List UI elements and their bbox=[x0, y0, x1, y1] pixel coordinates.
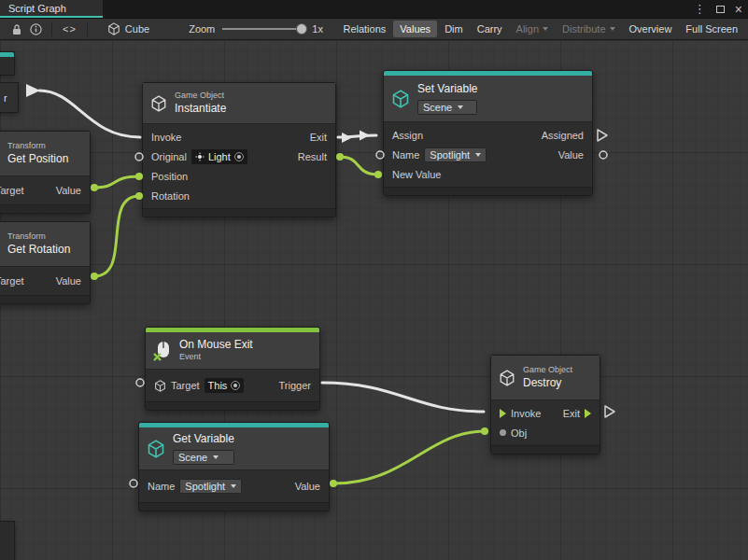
dim-label: Dim bbox=[445, 23, 463, 35]
node-set-variable[interactable]: Set Variable Scene Assign Assigned Name … bbox=[383, 70, 593, 196]
value-port-connected[interactable] bbox=[91, 184, 98, 191]
cube-icon bbox=[150, 95, 167, 112]
variable-scope-dropdown[interactable]: Scene bbox=[173, 450, 234, 465]
lock-icon-svg bbox=[11, 23, 22, 35]
node-category: Game Object bbox=[523, 365, 572, 376]
node-body: Name Spotlight Value bbox=[139, 470, 329, 500]
trigger-port-label: Trigger bbox=[279, 380, 311, 391]
value-port-label: Value bbox=[295, 481, 320, 492]
value-port-empty[interactable] bbox=[600, 151, 607, 159]
value-port-empty[interactable] bbox=[136, 379, 144, 386]
flow-out-arrow-icon bbox=[585, 409, 591, 418]
close-icon[interactable]: × bbox=[735, 3, 742, 16]
value-port-connected[interactable] bbox=[91, 273, 98, 280]
fullscreen-button[interactable]: Full Screen bbox=[679, 21, 744, 37]
wire-trigger-to-destroy-invoke bbox=[322, 383, 484, 412]
node-body: Assign Assigned Name Spotlight Value New… bbox=[384, 122, 592, 185]
fullscreen-label: Full Screen bbox=[685, 23, 738, 35]
node-get-rotation[interactable]: Transform Get Rotation Target Value bbox=[0, 221, 91, 304]
zoom-slider[interactable] bbox=[222, 23, 304, 35]
cube-icon bbox=[499, 370, 515, 386]
object-field-value: Light bbox=[208, 151, 231, 162]
assign-port-label: Assign bbox=[392, 130, 423, 141]
node-instantiate[interactable]: Game Object Instantiate Invoke Exit Orig… bbox=[142, 82, 336, 217]
port-row: Target Value bbox=[0, 270, 90, 292]
node-header: Get Variable Scene bbox=[139, 427, 329, 470]
value-port-connected[interactable] bbox=[330, 480, 337, 487]
node-body: Invoke Exit Original Light Result bbox=[143, 124, 335, 206]
node-title: Get Position bbox=[7, 152, 68, 167]
node-get-position[interactable]: Transform Get Position Target Value bbox=[0, 131, 91, 214]
graph-toolbar: <> Cube Zoom 1x Relations Values Dim Car… bbox=[0, 18, 748, 40]
clipped-port-label: r bbox=[0, 92, 7, 104]
node-footer bbox=[143, 208, 335, 217]
node-destroy[interactable]: Game Object Destroy Invoke Exit Obj bbox=[490, 355, 600, 455]
values-label: Values bbox=[400, 23, 430, 35]
object-field[interactable]: This bbox=[205, 378, 245, 393]
node-on-mouse-exit[interactable]: On Mouse Exit Event Target This Trigger bbox=[145, 327, 320, 411]
carry-button[interactable]: Carry bbox=[471, 21, 509, 37]
node-header: Game Object Destroy bbox=[491, 356, 600, 400]
target-port-label: Target bbox=[0, 275, 24, 287]
value-port-empty[interactable] bbox=[130, 480, 137, 487]
node-category: Game Object bbox=[175, 91, 226, 102]
graph-canvas[interactable]: r Transform Get Position Target Value bbox=[0, 40, 748, 560]
value-port-connected[interactable] bbox=[374, 171, 382, 178]
relations-label: Relations bbox=[343, 23, 386, 35]
value-port-connected[interactable] bbox=[481, 427, 488, 435]
object-picker-icon[interactable] bbox=[234, 152, 244, 161]
object-picker-icon[interactable] bbox=[231, 381, 240, 390]
node-title: Get Rotation bbox=[7, 243, 70, 258]
node-get-variable[interactable]: Get Variable Scene Name Spotlight Value bbox=[138, 422, 330, 511]
variable-name-value: Spotlight bbox=[430, 149, 470, 161]
maximize-icon[interactable] bbox=[716, 6, 725, 13]
object-field[interactable]: Light bbox=[191, 149, 247, 164]
value-port-label: Value bbox=[56, 185, 81, 196]
variable-name-dropdown[interactable]: Spotlight bbox=[179, 479, 242, 494]
info-icon[interactable] bbox=[26, 20, 45, 38]
obj-port-dot-icon bbox=[500, 429, 506, 436]
relations-button[interactable]: Relations bbox=[336, 21, 392, 37]
align-button[interactable]: Align bbox=[510, 21, 555, 37]
values-button[interactable]: Values bbox=[393, 21, 437, 37]
value-port-label: Value bbox=[558, 149, 584, 161]
light-icon bbox=[195, 152, 205, 161]
node-header: On Mouse Exit Event bbox=[146, 332, 319, 370]
new-value-port-label: New Value bbox=[392, 169, 441, 180]
node-footer bbox=[139, 502, 329, 511]
exit-port-label: Exit bbox=[310, 132, 327, 143]
code-icon[interactable]: <> bbox=[63, 23, 77, 35]
name-port-label: Name bbox=[392, 149, 419, 161]
tab-script-graph[interactable]: Script Graph bbox=[0, 0, 103, 18]
distribute-label: Distribute bbox=[562, 23, 605, 35]
toolbar-separator bbox=[51, 22, 52, 36]
distribute-button[interactable]: Distribute bbox=[556, 21, 621, 37]
align-label: Align bbox=[516, 23, 539, 35]
flow-port-empty[interactable] bbox=[605, 406, 614, 417]
lock-icon[interactable] bbox=[7, 20, 26, 38]
flow-arrowhead bbox=[360, 131, 370, 141]
wire-result-to-newvalue bbox=[340, 157, 378, 175]
node-header: Transform Get Position bbox=[0, 132, 90, 176]
cube-icon bbox=[107, 22, 120, 35]
exit-port-label: Exit bbox=[563, 408, 580, 419]
tab-strip: Script Graph ⋮ × bbox=[0, 0, 748, 18]
zoom-slider-knob[interactable] bbox=[296, 23, 307, 35]
graph-context[interactable]: Cube bbox=[107, 22, 149, 35]
kebab-menu-icon[interactable]: ⋮ bbox=[694, 2, 706, 16]
wires-layer bbox=[0, 40, 748, 560]
overview-button[interactable]: Overview bbox=[623, 21, 679, 37]
node-header: Transform Get Rotation bbox=[0, 222, 90, 267]
port-row: Target This Trigger bbox=[146, 372, 319, 399]
clipped-node-fragment bbox=[0, 521, 15, 560]
zoom-label: Zoom bbox=[189, 23, 215, 35]
chevron-down-icon bbox=[213, 455, 219, 459]
node-header: Game Object Instantiate bbox=[143, 83, 335, 124]
variable-name-dropdown[interactable]: Spotlight bbox=[424, 147, 487, 162]
variable-scope-dropdown[interactable]: Scene bbox=[417, 100, 477, 115]
value-port-connected[interactable] bbox=[336, 153, 344, 161]
flow-port-empty[interactable] bbox=[598, 130, 607, 141]
wire-getvariable-to-obj bbox=[333, 431, 485, 483]
port-row: Name Spotlight Value bbox=[139, 473, 329, 499]
dim-button[interactable]: Dim bbox=[438, 21, 470, 37]
